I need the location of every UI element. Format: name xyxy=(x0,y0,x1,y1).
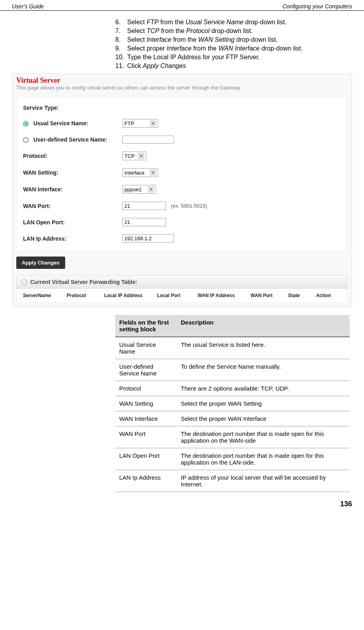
step-text: Select FTP from the Usual Service Name d… xyxy=(127,19,352,26)
table-row: LAN Ip AddressIP address of your local s… xyxy=(115,470,350,492)
usual-service-select[interactable]: FTP ▾ xyxy=(122,119,158,128)
field-name-cell: WAN Interface xyxy=(115,411,177,426)
user-defined-label: User-defined Service Name: xyxy=(33,136,107,143)
col-local-port: Local Port xyxy=(154,293,194,298)
field-name-cell: User-defined Service Name xyxy=(115,359,177,381)
col-action: Action xyxy=(313,293,344,298)
field-name-cell: Usual Service Name xyxy=(115,337,177,359)
field-name-cell: Protocol xyxy=(115,381,177,396)
step-number: 8. xyxy=(115,36,127,43)
instruction-step: 6.Select FTP from the Usual Service Name… xyxy=(115,19,352,26)
vs-title: Virtual Server xyxy=(12,74,352,85)
field-desc-cell: The destination port number that is made… xyxy=(177,426,350,448)
refresh-icon xyxy=(21,279,27,285)
header-right: Configuring your Computers xyxy=(283,3,352,10)
table-row: WAN PortThe destination port number that… xyxy=(115,426,350,448)
lan-open-port-label: LAN Open Port: xyxy=(23,219,122,226)
step-italic: Protocol xyxy=(186,27,210,34)
field-desc-cell: The usual Service is listed here. xyxy=(177,337,350,359)
step-italic: WAN Interface xyxy=(218,45,259,52)
usual-service-radio[interactable] xyxy=(23,121,29,126)
page-header: User's Guide Configuring your Computers xyxy=(0,0,364,11)
field-desc-cell: IP address of your local server that wil… xyxy=(177,470,350,492)
field-desc-cell: To define the Service Name manually. xyxy=(177,359,350,381)
table-row: User-defined Service NameTo define the S… xyxy=(115,359,350,381)
forwarding-table-title: Current Virtual Server Forwarding Table: xyxy=(30,279,137,285)
wan-setting-select[interactable]: Interface ▾ xyxy=(122,168,158,177)
step-number: 6. xyxy=(115,19,127,26)
lan-ip-label: LAN Ip Address: xyxy=(23,235,122,242)
protocol-select[interactable]: TCP ▾ xyxy=(122,152,146,160)
wan-interface-value: pppoe1 xyxy=(124,187,146,192)
instruction-step: 9.Select proper Interface from the WAN I… xyxy=(115,45,352,52)
wan-setting-label: WAN Setting: xyxy=(23,169,122,176)
step-text: Click Apply Changes xyxy=(127,62,352,70)
field-desc-cell: Select the proper WAN Setting xyxy=(177,396,350,411)
usual-service-label: Usual Service Name: xyxy=(33,120,89,126)
step-text: Select TCP from the Protocol drop-down l… xyxy=(127,27,352,35)
step-italic: FTP xyxy=(147,19,159,25)
table-h2: Description xyxy=(177,315,350,337)
step-text: Select proper Interface from the WAN Int… xyxy=(127,45,352,52)
table-row: WAN SettingSelect the proper WAN Setting xyxy=(115,396,350,411)
step-text: Type the Local IP Address for your FTP S… xyxy=(127,54,352,61)
instruction-step: 8.Select Interface from the WAN Setting … xyxy=(115,36,352,43)
step-number: 9. xyxy=(115,45,127,52)
wan-port-label: WAN Port: xyxy=(23,203,122,209)
step-italic: Usual Service Name xyxy=(186,19,244,25)
protocol-value: TCP xyxy=(124,153,136,159)
user-defined-radio[interactable] xyxy=(23,137,29,143)
chevron-down-icon: ▾ xyxy=(148,186,154,192)
step-italic: Interface xyxy=(147,36,171,43)
field-name-cell: LAN Ip Address xyxy=(115,470,177,492)
field-name-cell: LAN Open Port xyxy=(115,448,177,470)
wan-port-input[interactable]: 21 xyxy=(122,202,166,210)
field-desc-cell: There are 2 options available: TCP, UDP. xyxy=(177,381,350,396)
vs-subtitle: This page allows you to config virtual s… xyxy=(12,85,352,94)
instruction-steps: 6.Select FTP from the Usual Service Name… xyxy=(115,19,352,70)
header-left: User's Guide xyxy=(12,3,44,10)
col-wan-ip: WAN IP Address xyxy=(194,293,247,298)
table-row: ProtocolThere are 2 options available: T… xyxy=(115,381,350,396)
step-italic: WAN Setting xyxy=(198,36,234,43)
lan-open-port-input[interactable]: 21 xyxy=(122,218,166,226)
protocol-label: Protocol: xyxy=(23,153,122,159)
wan-setting-value: Interface xyxy=(124,170,148,176)
field-name-cell: WAN Port xyxy=(115,426,177,448)
step-text: Select Interface from the WAN Setting dr… xyxy=(127,36,352,43)
step-italic: TCP xyxy=(147,27,159,34)
wan-port-hint: (ex. 5001:5010) xyxy=(171,203,207,209)
apply-changes-button[interactable]: Apply Changes xyxy=(16,257,65,269)
step-italic: Interface xyxy=(167,45,192,52)
step-italic: Apply Changes xyxy=(143,62,186,69)
field-desc-cell: Select the proper WAN Interface xyxy=(177,411,350,426)
field-description-table: Fields on the first setting block Descri… xyxy=(115,315,350,492)
service-panel: Service Type: Usual Service Name: FTP ▾ … xyxy=(16,96,348,251)
step-number: 10. xyxy=(115,54,127,61)
service-type-label: Service Type: xyxy=(23,105,122,111)
page-content: 6.Select FTP from the Usual Service Name… xyxy=(0,11,364,496)
lan-ip-input[interactable]: 192.168.1.2 xyxy=(122,234,174,243)
page-number: 136 xyxy=(0,496,364,512)
table-row: Usual Service NameThe usual Service is l… xyxy=(115,337,350,359)
usual-service-value: FTP xyxy=(124,121,148,126)
user-defined-input[interactable] xyxy=(122,136,174,144)
col-protocol: Protocol xyxy=(64,293,101,298)
step-number: 11. xyxy=(115,62,127,70)
col-servername: ServerName xyxy=(20,293,64,298)
step-number: 7. xyxy=(115,27,127,35)
table-row: LAN Open PortThe destination port number… xyxy=(115,448,350,470)
table-h1: Fields on the first setting block xyxy=(115,315,177,337)
forwarding-table-columns: ServerName Protocol Local IP Address Loc… xyxy=(16,289,348,303)
field-desc-cell: The destination port number that is made… xyxy=(177,448,350,470)
wan-interface-label: WAN Interface: xyxy=(23,186,122,192)
virtual-server-screenshot: Virtual Server This page allows you to c… xyxy=(12,74,352,307)
instruction-step: 11.Click Apply Changes xyxy=(115,62,352,70)
col-wan-port: WAN Port xyxy=(248,293,285,298)
table-row: WAN InterfaceSelect the proper WAN Inter… xyxy=(115,411,350,426)
wan-interface-select[interactable]: pppoe1 ▾ xyxy=(122,185,156,194)
instruction-step: 7.Select TCP from the Protocol drop-down… xyxy=(115,27,352,35)
chevron-down-icon: ▾ xyxy=(150,169,156,176)
chevron-down-icon: ▾ xyxy=(150,120,156,126)
chevron-down-icon: ▾ xyxy=(138,153,144,159)
